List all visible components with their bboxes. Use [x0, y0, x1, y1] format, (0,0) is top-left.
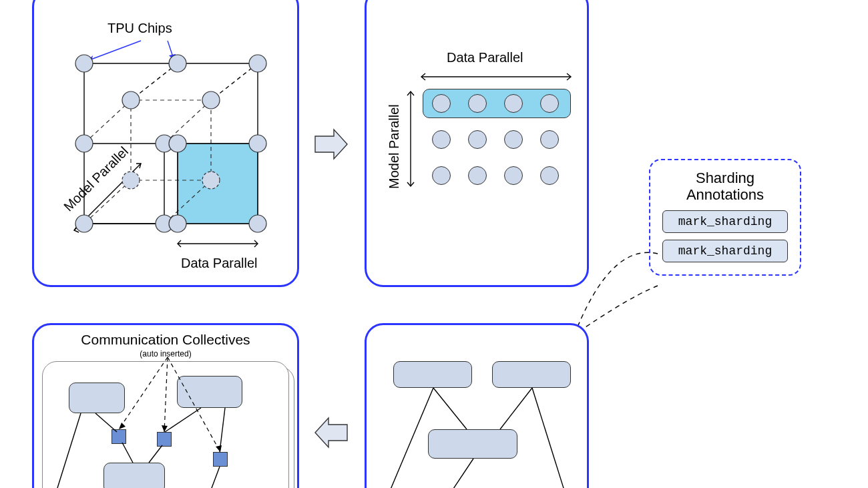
svg-line-52: [433, 388, 467, 429]
svg-point-46: [169, 215, 186, 232]
graph-edges: [367, 325, 591, 488]
mesh-node: [504, 166, 523, 185]
data-parallel-arrow: [419, 71, 574, 82]
svg-line-5: [84, 100, 131, 144]
svg-line-62: [208, 467, 220, 488]
svg-line-58: [122, 443, 133, 463]
sharding-title-line2: Annotations: [686, 186, 764, 203]
svg-line-51: [387, 388, 433, 488]
mesh-node: [540, 94, 559, 113]
sharding-annotations-box: Sharding Annotations mark_sharding mark_…: [649, 159, 801, 276]
mesh-node: [504, 94, 523, 113]
model-parallel-arrow: [405, 89, 416, 189]
svg-line-53: [500, 388, 532, 429]
mesh-node: [432, 166, 451, 185]
svg-marker-56: [315, 418, 347, 447]
mesh-node: [540, 166, 559, 185]
panel-collectives: Communication Collectives (auto inserted…: [32, 323, 299, 488]
svg-line-6: [164, 100, 211, 144]
svg-line-54: [532, 388, 567, 488]
svg-point-38: [75, 135, 93, 152]
svg-point-34: [169, 55, 186, 72]
svg-line-59: [165, 408, 201, 432]
svg-line-57: [95, 413, 117, 432]
mark-sharding-chip-2: mark_sharding: [662, 240, 788, 262]
mesh-node: [468, 130, 487, 149]
svg-marker-48: [315, 130, 347, 159]
mesh-node: [468, 94, 487, 113]
svg-point-40: [169, 135, 186, 152]
svg-marker-69: [216, 445, 222, 452]
sharding-title: Sharding Annotations: [662, 170, 788, 204]
data-parallel-mesh-label: Data Parallel: [447, 50, 523, 65]
svg-line-65: [164, 357, 168, 432]
svg-point-35: [249, 55, 266, 72]
svg-point-37: [202, 91, 220, 109]
data-parallel-cube-label: Data Parallel: [181, 256, 258, 271]
mesh-node: [432, 130, 451, 149]
svg-point-44: [75, 215, 93, 232]
svg-line-55: [447, 459, 473, 488]
mesh-node: [540, 130, 559, 149]
model-parallel-mesh-label: Model Parallel: [387, 89, 402, 189]
panel-graph: [365, 323, 589, 488]
svg-line-60: [149, 445, 162, 463]
mesh-node: [504, 130, 523, 149]
mesh-node: [468, 166, 487, 185]
svg-point-33: [75, 55, 93, 72]
svg-line-61: [220, 408, 225, 452]
svg-line-64: [119, 357, 168, 429]
mesh-node: [432, 94, 451, 113]
svg-point-42: [122, 172, 140, 189]
collectives-edges: [34, 325, 301, 488]
mark-sharding-chip-1: mark_sharding: [662, 210, 788, 233]
svg-line-66: [168, 357, 220, 452]
arrow-right-1: [312, 126, 350, 163]
svg-point-47: [249, 215, 266, 232]
svg-point-43: [202, 172, 220, 189]
arrow-left-1: [312, 414, 350, 451]
panel-physical-mesh: Physical Mesh TPU Chips: [32, 0, 299, 287]
physical-mesh-cube: [67, 30, 288, 270]
svg-line-63: [54, 413, 81, 488]
svg-line-27: [87, 41, 141, 61]
sharding-title-line1: Sharding: [696, 170, 754, 186]
svg-point-36: [122, 91, 140, 109]
svg-marker-67: [119, 423, 126, 429]
svg-point-41: [249, 135, 266, 152]
